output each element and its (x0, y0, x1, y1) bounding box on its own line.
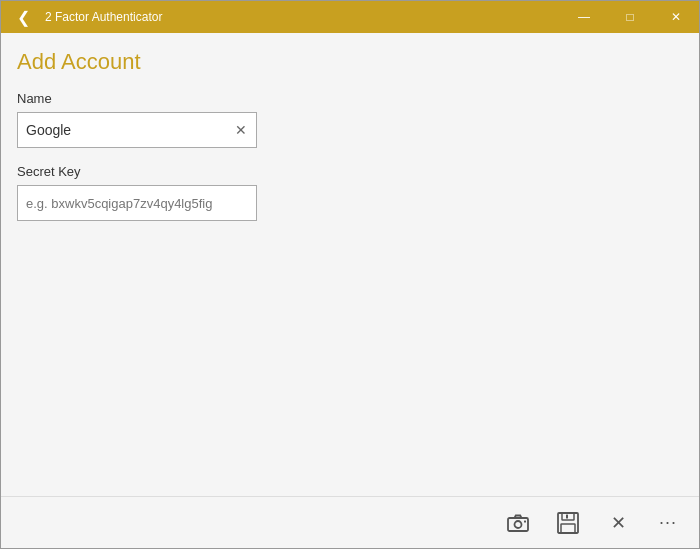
back-icon: ❮ (17, 8, 30, 27)
minimize-button[interactable]: — (561, 1, 607, 33)
window: ❮ 2 Factor Authenticator — □ ✕ Add Accou… (0, 0, 700, 549)
secret-label: Secret Key (17, 164, 683, 179)
maximize-button[interactable]: □ (607, 1, 653, 33)
page-title: Add Account (17, 49, 683, 75)
svg-point-1 (515, 521, 522, 528)
name-label: Name (17, 91, 683, 106)
svg-rect-5 (561, 524, 575, 533)
cancel-icon: ✕ (611, 512, 626, 534)
camera-icon (507, 514, 529, 532)
more-button[interactable]: ··· (645, 500, 691, 546)
save-icon (557, 512, 579, 534)
more-icon: ··· (659, 512, 677, 533)
secret-input[interactable] (17, 185, 257, 221)
svg-rect-0 (508, 518, 528, 531)
main-content: Add Account Name ✕ Secret Key (1, 33, 699, 496)
clear-name-button[interactable]: ✕ (229, 118, 253, 142)
save-button[interactable] (545, 500, 591, 546)
title-bar-left: ❮ 2 Factor Authenticator (9, 3, 162, 31)
title-bar: ❮ 2 Factor Authenticator — □ ✕ (1, 1, 699, 33)
back-button[interactable]: ❮ (9, 3, 37, 31)
name-field-wrapper: ✕ (17, 112, 257, 148)
svg-rect-2 (524, 520, 526, 522)
close-button[interactable]: ✕ (653, 1, 699, 33)
svg-rect-6 (566, 514, 568, 518)
cancel-button[interactable]: ✕ (595, 500, 641, 546)
camera-button[interactable] (495, 500, 541, 546)
name-input[interactable] (17, 112, 257, 148)
bottom-bar: ✕ ··· (1, 496, 699, 548)
title-bar-controls: — □ ✕ (561, 1, 699, 33)
window-title: 2 Factor Authenticator (45, 10, 162, 24)
